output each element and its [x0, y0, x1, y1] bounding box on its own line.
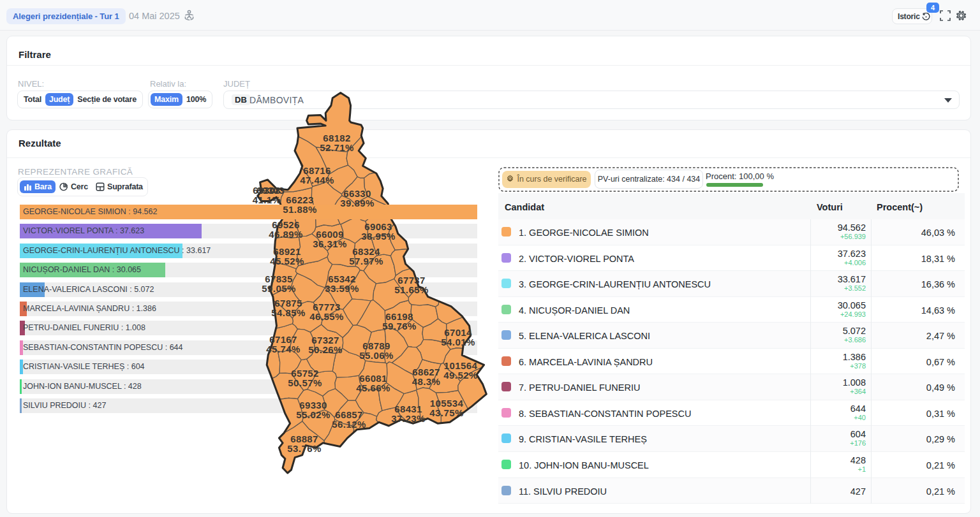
svg-text:56.12%: 56.12% [332, 419, 366, 430]
svg-text:66009: 66009 [316, 229, 344, 240]
svg-text:57.97%: 57.97% [349, 256, 383, 266]
svg-text:54.85%: 54.85% [271, 307, 305, 318]
svg-text:67835: 67835 [265, 273, 293, 284]
svg-text:67327: 67327 [311, 335, 339, 346]
svg-text:69063: 69063 [364, 221, 392, 232]
svg-text:68324: 68324 [352, 246, 380, 257]
svg-text:69303: 69303 [256, 185, 285, 196]
svg-text:68431: 68431 [394, 404, 422, 414]
svg-text:66857: 66857 [335, 409, 363, 420]
svg-text:59.05%: 59.05% [262, 283, 295, 294]
svg-text:47.44%: 47.44% [300, 175, 334, 186]
svg-text:45.66%: 45.66% [356, 382, 390, 393]
svg-text:51.65%: 51.65% [394, 284, 428, 295]
svg-text:37.23%: 37.23% [391, 413, 425, 424]
svg-text:66081: 66081 [359, 373, 387, 384]
svg-text:48.3%: 48.3% [412, 376, 441, 387]
svg-text:101564: 101564 [444, 360, 478, 371]
svg-text:68887: 68887 [290, 433, 318, 444]
svg-text:51.88%: 51.88% [283, 204, 316, 215]
svg-text:41.1%: 41.1% [253, 194, 281, 205]
svg-text:55.02%: 55.02% [296, 409, 330, 420]
svg-text:66223: 66223 [286, 194, 314, 205]
svg-text:68182: 68182 [323, 133, 351, 143]
svg-text:66198: 66198 [385, 311, 413, 322]
svg-text:46.89%: 46.89% [269, 229, 302, 240]
svg-text:67773: 67773 [313, 302, 341, 312]
svg-text:69330: 69330 [299, 400, 327, 411]
svg-text:66330: 66330 [343, 188, 371, 199]
svg-text:45.52%: 45.52% [270, 256, 304, 266]
svg-text:38.95%: 38.95% [361, 231, 395, 242]
svg-text:46.55%: 46.55% [309, 311, 343, 322]
svg-text:67875: 67875 [274, 298, 302, 309]
svg-text:65342: 65342 [328, 273, 356, 284]
svg-text:67167: 67167 [269, 334, 297, 345]
svg-text:36.31%: 36.31% [313, 238, 346, 249]
svg-text:68716: 68716 [303, 165, 331, 176]
svg-text:55.06%: 55.06% [359, 350, 393, 361]
svg-text:67014: 67014 [444, 327, 472, 338]
svg-text:45.74%: 45.74% [266, 344, 300, 354]
svg-text:43.75%: 43.75% [429, 407, 463, 418]
svg-text:54.01%: 54.01% [441, 337, 475, 347]
svg-text:50.57%: 50.57% [288, 377, 322, 388]
svg-text:39.89%: 39.89% [340, 198, 374, 208]
svg-text:50.26%: 50.26% [308, 344, 342, 355]
svg-text:69526: 69526 [272, 219, 300, 230]
svg-text:53.76%: 53.76% [287, 443, 321, 454]
svg-text:67737: 67737 [397, 275, 426, 286]
svg-text:59.76%: 59.76% [382, 321, 416, 331]
svg-text:105534: 105534 [430, 398, 464, 409]
svg-text:52.71%: 52.71% [320, 142, 353, 153]
svg-text:33.59%: 33.59% [325, 283, 359, 294]
svg-text:49.52%: 49.52% [443, 370, 477, 381]
svg-text:65752: 65752 [291, 368, 319, 379]
svg-text:68789: 68789 [362, 340, 390, 351]
svg-text:68627: 68627 [412, 367, 440, 377]
svg-text:68921: 68921 [273, 246, 301, 257]
